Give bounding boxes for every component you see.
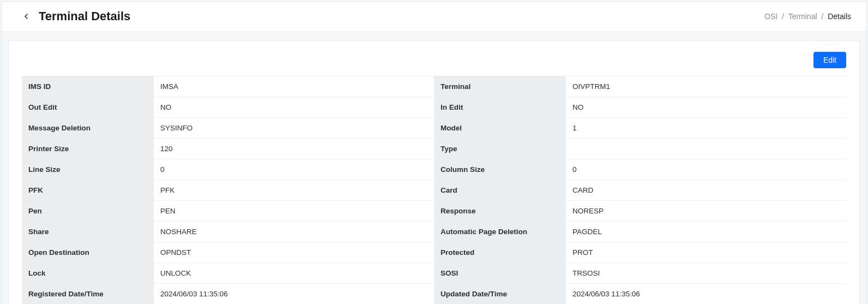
- value-cell: 0: [154, 159, 434, 180]
- table-row: Registered Date/Time 2024/06/03 11:35:06…: [22, 284, 846, 305]
- toolbar: Edit: [22, 52, 846, 68]
- label-cell: Column Size: [434, 159, 566, 180]
- value-cell: NOSHARE: [154, 222, 434, 242]
- breadcrumb-osi[interactable]: OSI: [764, 12, 777, 21]
- value-cell: PEN: [154, 201, 434, 222]
- back-icon[interactable]: [21, 11, 31, 21]
- value-cell: 1: [566, 118, 846, 139]
- label-cell: Card: [434, 180, 566, 201]
- value-cell: OPNDST: [154, 242, 434, 263]
- edit-button[interactable]: Edit: [813, 52, 846, 68]
- label-cell: PFK: [22, 180, 154, 201]
- breadcrumb-sep: /: [782, 12, 784, 21]
- breadcrumb-sep: /: [821, 12, 823, 21]
- breadcrumb-details: Details: [828, 12, 851, 21]
- page-title: Terminal Details: [39, 9, 130, 23]
- breadcrumb-terminal[interactable]: Terminal: [788, 12, 817, 21]
- table-row: Out Edit NO In Edit NO: [22, 97, 846, 118]
- table-row: Message Deletion SYSINFO Model 1: [22, 118, 846, 139]
- table-row: IMS ID IMSA Terminal OIVPTRM1: [22, 76, 846, 97]
- value-cell: UNLOCK: [154, 263, 434, 284]
- value-cell: NO: [566, 97, 846, 118]
- value-cell: 2024/06/03 11:35:06: [566, 284, 846, 305]
- label-cell: Registered Date/Time: [22, 284, 154, 305]
- table-row: Pen PEN Response NORESP: [22, 201, 846, 222]
- table-row: PFK PFK Card CARD: [22, 180, 846, 201]
- value-cell: 120: [154, 139, 434, 159]
- label-cell: Automatic Page Deletion: [434, 222, 566, 242]
- label-cell: In Edit: [434, 97, 566, 118]
- label-cell: Line Size: [22, 159, 154, 180]
- label-cell: Protected: [434, 242, 566, 263]
- value-cell: 2024/06/03 11:35:06: [154, 284, 434, 305]
- header-left: Terminal Details: [21, 9, 130, 23]
- value-cell: TRSOSI: [566, 263, 846, 284]
- details-table: IMS ID IMSA Terminal OIVPTRM1 Out Edit N…: [22, 76, 846, 304]
- page-wrapper: Terminal Details OSI / Terminal / Detail…: [1, 1, 867, 304]
- value-cell: PROT: [566, 242, 846, 263]
- value-cell: SYSINFO: [154, 118, 434, 139]
- label-cell: Open Destination: [22, 242, 154, 263]
- table-row: Line Size 0 Column Size 0: [22, 159, 846, 180]
- label-cell: Lock: [22, 263, 154, 284]
- table-row: Share NOSHARE Automatic Page Deletion PA…: [22, 222, 846, 242]
- label-cell: Out Edit: [22, 97, 154, 118]
- content-panel: Edit IMS ID IMSA Terminal OIVPTRM1 Out E…: [8, 40, 860, 304]
- label-cell: Message Deletion: [22, 118, 154, 139]
- value-cell: PFK: [154, 180, 434, 201]
- breadcrumb: OSI / Terminal / Details: [764, 12, 851, 21]
- label-cell: Pen: [22, 201, 154, 222]
- value-cell: OIVPTRM1: [566, 76, 846, 97]
- label-cell: Printer Size: [22, 139, 154, 159]
- table-row: Lock UNLOCK SOSI TRSOSI: [22, 263, 846, 284]
- label-cell: Type: [434, 139, 566, 159]
- table-row: Printer Size 120 Type: [22, 139, 846, 159]
- value-cell: 0: [566, 159, 846, 180]
- table-row: Open Destination OPNDST Protected PROT: [22, 242, 846, 263]
- label-cell: Share: [22, 222, 154, 242]
- page-header: Terminal Details OSI / Terminal / Detail…: [2, 2, 866, 32]
- value-cell: NORESP: [566, 201, 846, 222]
- value-cell: PAGDEL: [566, 222, 846, 242]
- value-cell: NO: [154, 97, 434, 118]
- content-wrapper: Edit IMS ID IMSA Terminal OIVPTRM1 Out E…: [2, 32, 866, 304]
- label-cell: Model: [434, 118, 566, 139]
- label-cell: Terminal: [434, 76, 566, 97]
- label-cell: SOSI: [434, 263, 566, 284]
- value-cell: IMSA: [154, 76, 434, 97]
- label-cell: Response: [434, 201, 566, 222]
- value-cell: [566, 139, 846, 159]
- label-cell: Updated Date/Time: [434, 284, 566, 305]
- label-cell: IMS ID: [22, 76, 154, 97]
- value-cell: CARD: [566, 180, 846, 201]
